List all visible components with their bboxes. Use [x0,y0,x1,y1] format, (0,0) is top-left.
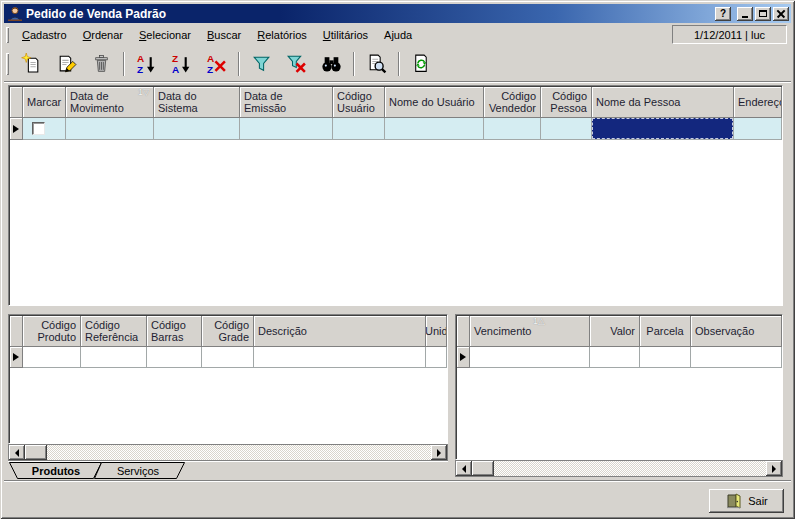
maximize-icon [759,10,767,17]
close-button[interactable] [773,7,789,21]
help-icon: ? [720,9,726,19]
scroll-left-button[interactable] [456,461,472,476]
products-services-tabs: Produtos Serviços [8,461,448,479]
delete-record-button[interactable] [88,50,115,77]
sort-order-badge: 1▽ [138,88,150,97]
scroll-right-button[interactable] [431,445,447,460]
edit-record-button[interactable] [53,50,80,77]
scrollbar-thumb[interactable] [472,461,494,476]
cell-codigo-pessoa[interactable] [541,118,592,140]
menu-buscar[interactable]: Buscar [199,26,249,44]
filter-button[interactable] [248,50,275,77]
scroll-right-button[interactable] [766,461,782,476]
print-preview-button[interactable] [363,50,390,77]
cell-codigo-grade[interactable] [202,347,254,368]
marcar-checkbox[interactable] [32,122,45,135]
cell-marcar[interactable] [23,118,66,140]
cell-data-sistema[interactable] [154,118,240,140]
sort-ascending-button[interactable]: A Z [133,50,160,77]
installments-grid-row[interactable] [457,347,782,368]
minimize-icon [742,16,748,18]
cell-parcela[interactable] [640,347,691,368]
menu-ordenar[interactable]: Ordenar [75,26,131,44]
menu-utilitarios[interactable]: Utilitários [315,26,376,44]
status-text: 1/12/2011 | luc [694,29,765,41]
cell-codigo-referencia[interactable] [81,347,147,368]
column-header-descricao[interactable]: Descrição [254,316,426,347]
exit-button[interactable]: Sair [709,489,784,513]
cell-data-emissao[interactable] [240,118,333,140]
tab-produtos[interactable]: Produtos [10,463,102,479]
cell-nome-usuario[interactable] [385,118,484,140]
installments-horizontal-scrollbar[interactable] [455,460,783,477]
minimize-button[interactable] [737,7,753,21]
column-header-codigo-barras[interactable]: Código Barras [147,316,202,347]
column-header-nome-pessoa[interactable]: Nome da Pessoa [592,87,734,118]
cell-nome-pessoa[interactable] [592,118,734,140]
cell-unidade[interactable] [426,347,447,368]
cell-valor[interactable] [590,347,640,368]
print-preview-icon [366,53,387,74]
column-header-observacao[interactable]: Observação [691,316,782,347]
help-button[interactable]: ? [715,7,731,21]
refresh-button[interactable] [408,50,435,77]
cell-codigo-produto[interactable] [23,347,81,368]
clear-sort-button[interactable]: A Z [203,50,230,77]
sort-descending-button[interactable]: Z A [168,50,195,77]
scrollbar-thumb[interactable] [25,445,47,460]
cell-codigo-usuario[interactable] [333,118,385,140]
menu-ajuda[interactable]: Ajuda [376,26,420,44]
column-header-vencimento[interactable]: Vencimento1△ [470,316,590,347]
column-header-data-emissao[interactable]: Data de Emissão [240,87,333,118]
toolbar-grip[interactable] [6,53,9,75]
svg-text:Z: Z [137,64,143,74]
scrollbar-track[interactable] [494,461,766,476]
cell-codigo-vendedor[interactable] [484,118,541,140]
cell-endereco[interactable] [734,118,782,140]
cell-observacao[interactable] [691,347,782,368]
column-header-data-sistema[interactable]: Data do Sistema [154,87,240,118]
column-header-parcela[interactable]: Parcela [640,316,691,347]
edit-record-icon [56,53,77,74]
column-header-data-movimento[interactable]: Data de Movimento1▽ [66,87,154,118]
menu-cadastro[interactable]: Cadastro [14,26,75,44]
svg-text:A: A [172,64,179,74]
clear-filter-button[interactable] [283,50,310,77]
menu-relatorios[interactable]: Relatórios [249,26,315,44]
column-header-codigo-referencia[interactable]: Código Referência [81,316,147,347]
column-header-codigo-produto[interactable]: Código Produto [23,316,81,347]
focused-cell[interactable] [592,118,733,139]
menubar-grip[interactable] [6,27,9,43]
column-header-codigo-vendedor[interactable]: Código Vendedor [484,87,541,118]
toolbar-separator [398,52,400,76]
column-header-unidade[interactable]: Unidade [426,316,447,347]
maximize-button[interactable] [755,7,771,21]
scroll-left-button[interactable] [9,445,25,460]
column-header-codigo-pessoa[interactable]: Código Pessoa [541,87,592,118]
tab-servicos[interactable]: Serviços [95,463,185,479]
window-title: Pedido de Venda Padrão [26,7,713,21]
cell-codigo-barras[interactable] [147,347,202,368]
column-header-valor[interactable]: Valor [590,316,640,347]
orders-grid-row[interactable] [10,118,782,140]
find-button[interactable] [318,50,345,77]
column-header-marcar[interactable]: Marcar [23,87,66,118]
toolbar-separator [353,52,355,76]
menu-selecionar[interactable]: Selecionar [131,26,199,44]
column-header-nome-usuario[interactable]: Nome do Usuário [385,87,484,118]
app-window: Pedido de Venda Padrão ? Cadastro Ordena… [0,0,795,519]
cell-data-movimento[interactable] [66,118,154,140]
column-header-codigo-grade[interactable]: Código Grade [202,316,254,347]
row-arrow-icon [460,353,466,361]
products-horizontal-scrollbar[interactable] [8,444,448,461]
row-arrow-icon [13,353,19,361]
cell-descricao[interactable] [254,347,426,368]
column-header-endereco[interactable]: Endereço [734,87,782,118]
sort-descending-icon: Z A [171,53,192,74]
products-grid-row[interactable] [10,347,447,368]
installments-row-indicator-header [457,316,470,347]
column-header-codigo-usuario[interactable]: Código Usuário [333,87,385,118]
new-record-button[interactable] [18,50,45,77]
scrollbar-track[interactable] [47,445,431,460]
cell-vencimento[interactable] [470,347,590,368]
